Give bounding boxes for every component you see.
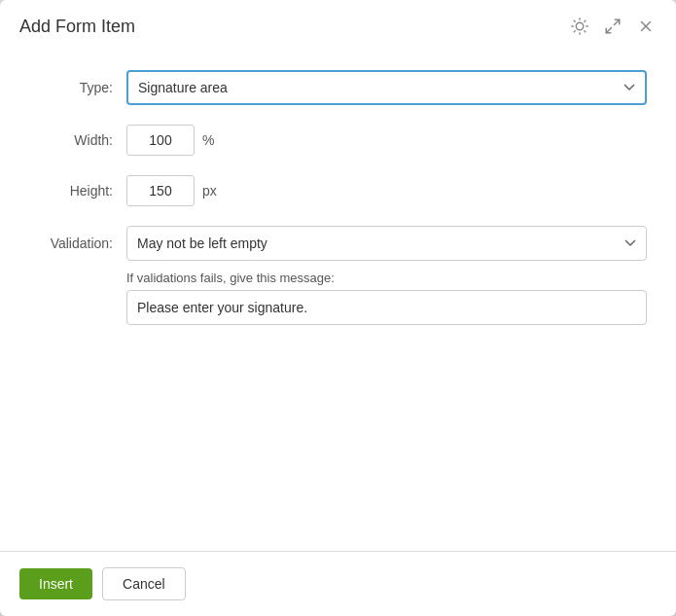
height-unit: px [202, 183, 217, 199]
svg-point-0 [576, 22, 584, 30]
type-select[interactable]: Signature area Text field Checkbox Date … [126, 70, 647, 105]
dialog-header: Add Form Item [0, 0, 676, 51]
type-label: Type: [29, 80, 126, 95]
validation-row: Validation: May not be left empty None [29, 226, 647, 261]
validation-message-input[interactable] [126, 290, 647, 325]
expand-icon-button[interactable] [602, 16, 623, 37]
header-icons [569, 16, 657, 37]
width-input[interactable] [126, 125, 195, 156]
dialog-body: Type: Signature area Text field Checkbox… [0, 51, 676, 551]
height-input-group: px [126, 175, 217, 206]
dialog-footer: Insert Cancel [0, 551, 676, 616]
validation-message-label: If validations fails, give this message: [126, 271, 647, 285]
height-input[interactable] [126, 175, 195, 206]
insert-button[interactable]: Insert [19, 568, 92, 599]
validation-select[interactable]: May not be left empty None [126, 226, 647, 261]
svg-line-2 [606, 28, 611, 33]
add-form-item-dialog: Add Form Item [0, 0, 676, 616]
lightbulb-icon-button[interactable] [569, 16, 590, 37]
height-label: Height: [29, 183, 126, 199]
width-row: Width: % [29, 125, 647, 156]
width-unit: % [202, 132, 214, 148]
validation-select-wrap: May not be left empty None [126, 226, 647, 261]
width-input-group: % [126, 125, 214, 156]
cancel-button[interactable]: Cancel [102, 567, 186, 600]
type-row: Type: Signature area Text field Checkbox… [29, 70, 647, 105]
validation-message-section: If validations fails, give this message: [126, 271, 647, 325]
validation-label: Validation: [29, 236, 126, 251]
width-label: Width: [29, 132, 126, 148]
dialog-title: Add Form Item [19, 17, 135, 37]
svg-line-1 [615, 19, 620, 24]
close-icon-button[interactable] [635, 16, 657, 37]
height-row: Height: px [29, 175, 647, 206]
